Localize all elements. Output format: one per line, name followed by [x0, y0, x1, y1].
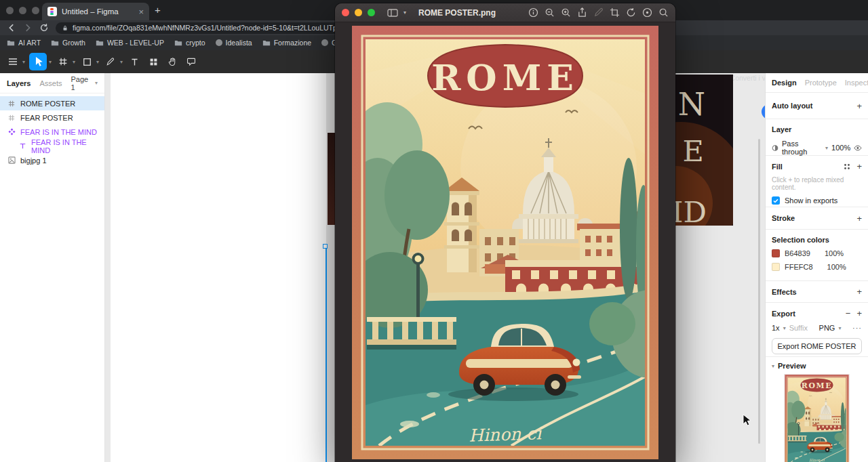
layer-row-image[interactable]: bigjpg 1 — [0, 153, 104, 167]
bookmark-label: WEB - LEVEL-UP — [107, 39, 164, 47]
share-icon[interactable] — [577, 7, 587, 18]
move-tool-button[interactable] — [29, 53, 47, 70]
remove-export-button[interactable]: − — [846, 309, 851, 318]
add-fill-button[interactable]: + — [856, 162, 862, 171]
tab-prototype[interactable]: Prototype — [805, 79, 837, 87]
selection-color-row[interactable]: FFEFC8 100% — [772, 263, 862, 271]
show-in-exports-checkbox[interactable] — [772, 196, 780, 205]
bookmark-label: crypto — [186, 39, 205, 47]
browser-tab[interactable]: Untitled – Figma × — [42, 3, 149, 20]
shape-tool-button[interactable] — [79, 54, 94, 69]
url-text: figma.com/file/ZOqa831eMwhNfNMRz3vGs1/Un… — [73, 24, 355, 32]
crop-icon[interactable] — [610, 7, 620, 18]
annotate-icon[interactable] — [642, 7, 652, 18]
favicon-icon — [216, 39, 222, 46]
canvas-frame[interactable] — [111, 73, 326, 462]
tool-group: ▾ ▾ ▾ ▾ ▾ — [5, 53, 199, 70]
comment-tool-button[interactable] — [184, 54, 199, 69]
preview-window-title: ROME POSTER.png — [418, 8, 496, 18]
resources-tool-button[interactable] — [146, 54, 161, 69]
tab-inspect[interactable]: Inspect — [845, 79, 868, 87]
tab-close-icon[interactable]: × — [138, 7, 144, 16]
layer-opacity-value[interactable]: 100% — [831, 144, 850, 152]
design-panel: Design Prototype Inspect Auto layout + L… — [765, 73, 868, 462]
bookmark-item[interactable]: Growth — [51, 39, 85, 47]
main-menu-button[interactable] — [5, 54, 20, 69]
close-window-button[interactable] — [6, 7, 14, 14]
page-name: Page 1 — [71, 75, 92, 91]
frame-icon — [7, 100, 16, 108]
text-tool-button[interactable] — [127, 54, 142, 69]
zoom-out-icon[interactable] — [545, 7, 555, 18]
sidebar-toggle-icon[interactable] — [387, 9, 398, 17]
back-icon[interactable] — [7, 23, 16, 33]
bookmark-item[interactable]: WEB - LEVEL-UP — [96, 39, 164, 47]
info-icon[interactable] — [528, 7, 538, 18]
pen-tool-button[interactable] — [103, 54, 118, 69]
preview-disclosure-icon[interactable]: ▾ — [772, 363, 774, 369]
add-stroke-button[interactable]: + — [856, 214, 862, 223]
visibility-eye-icon[interactable] — [854, 145, 862, 151]
export-format-value[interactable]: PNG — [819, 324, 835, 332]
add-auto-layout-button[interactable]: + — [856, 102, 862, 110]
fill-label: Fill — [772, 163, 783, 171]
view-caret-icon[interactable]: ▾ — [403, 9, 406, 16]
rome-poster-image[interactable] — [352, 26, 658, 459]
tab-assets[interactable]: Assets — [39, 79, 62, 87]
fill-styles-icon[interactable] — [844, 163, 850, 170]
add-effect-button[interactable]: + — [856, 287, 862, 296]
markup-pencil-icon[interactable] — [593, 7, 604, 18]
color-opacity: 100% — [825, 249, 844, 257]
bookmark-label: Growth — [62, 39, 85, 47]
color-swatch[interactable] — [772, 249, 780, 257]
layer-row-fear-poster[interactable]: FEAR POSTER — [0, 110, 104, 125]
blend-mode-value[interactable]: Pass through — [782, 140, 822, 156]
bookmark-item[interactable]: Idealista — [216, 39, 252, 47]
bookmark-item[interactable]: Formazione — [262, 39, 311, 47]
folder-icon — [7, 39, 15, 47]
pen-caret-icon[interactable]: ▾ — [120, 59, 123, 65]
canvas-scrollbar[interactable] — [758, 139, 760, 444]
add-export-button[interactable]: + — [856, 309, 862, 318]
show-in-exports-label: Show in exports — [785, 196, 837, 205]
layer-row-component[interactable]: FEAR IS IN THE MIND — [0, 125, 104, 139]
shape-caret-icon[interactable]: ▾ — [96, 59, 99, 65]
minimize-button[interactable] — [355, 9, 362, 16]
frame-caret-icon[interactable]: ▾ — [73, 59, 75, 65]
forward-icon[interactable] — [23, 23, 33, 33]
tab-layers[interactable]: Layers — [7, 79, 31, 87]
color-swatch[interactable] — [772, 263, 780, 271]
layer-name: FEAR IS IN THE MIND — [31, 138, 104, 154]
fill-section: Fill + Click + to replace mixed content.… — [766, 156, 868, 207]
image-icon — [7, 156, 16, 165]
stroke-section: Stroke + — [766, 207, 868, 230]
hand-tool-button[interactable] — [165, 54, 180, 69]
lock-icon — [62, 24, 68, 32]
minimize-window-button[interactable] — [19, 7, 26, 14]
export-scale-value[interactable]: 1x — [772, 324, 780, 332]
search-icon[interactable] — [658, 7, 669, 18]
selection-handle[interactable] — [323, 244, 328, 249]
selection-color-row[interactable]: B64839 100% — [772, 249, 862, 257]
rotate-icon[interactable] — [626, 7, 636, 18]
fear-poster-canvas[interactable]: N E ID — [675, 75, 733, 226]
zoom-in-icon[interactable] — [561, 7, 571, 18]
layer-row-rome-poster[interactable]: ROME POSTER — [0, 96, 104, 110]
export-rome-poster-button[interactable]: Export ROME POSTER — [772, 338, 862, 354]
preview-window-titlebar[interactable]: ▾ ROME POSTER.png — [335, 3, 675, 22]
layer-row-text[interactable]: FEAR IS IN THE MIND — [0, 139, 104, 153]
page-selector[interactable]: Page 1 ▾ — [71, 75, 98, 91]
reload-icon[interactable] — [39, 23, 49, 33]
export-suffix-input[interactable]: Suffix — [789, 324, 808, 332]
tab-design[interactable]: Design — [772, 79, 797, 87]
bookmark-item[interactable]: crypto — [174, 39, 205, 47]
fear-letter: ID — [675, 195, 707, 226]
bookmark-item[interactable]: AI ART — [7, 39, 41, 47]
new-tab-button[interactable]: + — [155, 5, 161, 15]
close-button[interactable] — [342, 9, 349, 16]
zoom-window-button[interactable] — [32, 7, 39, 14]
move-caret-icon[interactable]: ▾ — [49, 59, 52, 65]
export-more-button[interactable]: ··· — [852, 324, 862, 332]
fullscreen-button[interactable] — [368, 9, 375, 16]
frame-tool-button[interactable] — [56, 54, 71, 69]
